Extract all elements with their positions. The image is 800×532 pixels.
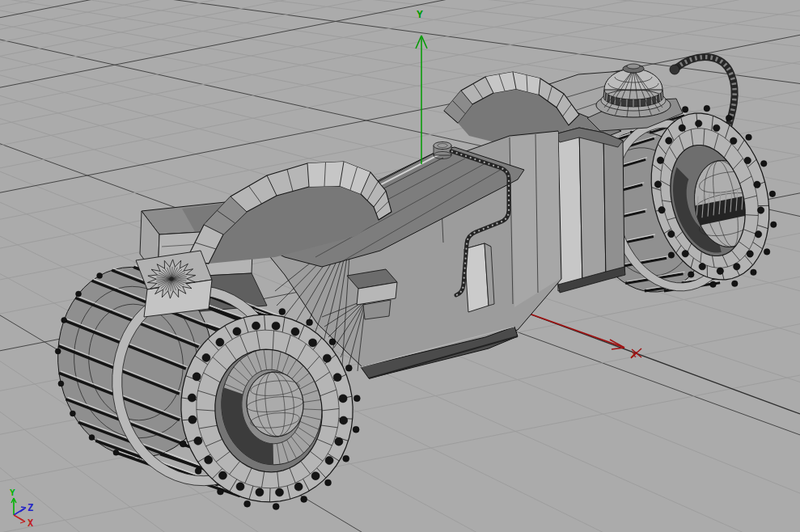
- bolt-hole: [699, 263, 705, 269]
- bolt-hole: [654, 181, 661, 188]
- bulkhead-strip: [603, 133, 624, 278]
- x-axis-tip-label: x: [630, 348, 637, 360]
- bolt-hole: [734, 264, 740, 270]
- bolt-hole: [311, 472, 320, 480]
- bolt-hole: [755, 231, 761, 238]
- bolt-hole: [194, 437, 202, 445]
- bolt-hole: [193, 373, 201, 381]
- bolt-hole: [747, 251, 753, 257]
- bolt-hole: [216, 338, 224, 346]
- y-axis-label: Y: [417, 8, 423, 20]
- gizmo-y-label: Y: [10, 488, 15, 498]
- bolt-hole: [695, 120, 701, 127]
- body-side-rear-panel: [510, 132, 560, 307]
- bolt-hole: [666, 137, 672, 144]
- bolt-hole: [205, 456, 213, 464]
- bolt-hole: [252, 322, 260, 330]
- bolt-hole: [658, 206, 665, 213]
- bolt-hole: [256, 488, 264, 496]
- bolt-hole: [276, 488, 284, 496]
- bolt-hole: [333, 374, 341, 382]
- bolt-hole: [668, 230, 675, 237]
- bolt-hole: [730, 137, 737, 144]
- bolt-hole: [340, 416, 348, 424]
- bolt-hole: [233, 327, 241, 336]
- bolt-hole: [335, 437, 343, 445]
- gizmo-z-label: Z: [28, 502, 33, 513]
- bolt-hole: [272, 322, 280, 330]
- bolt-hole: [717, 268, 723, 274]
- bolt-hole: [294, 483, 303, 491]
- bolt-hole: [713, 125, 720, 131]
- bolt-hole: [757, 207, 764, 213]
- bolt-hole: [339, 395, 347, 403]
- bolt-hole: [291, 327, 299, 336]
- bulkhead-strip: [579, 128, 606, 285]
- bolt-hole: [218, 471, 226, 479]
- viewport-3d[interactable]: Y x Y Z X: [0, 0, 800, 532]
- bolt-hole: [309, 339, 317, 347]
- bolt-hole: [682, 251, 688, 257]
- gizmo-x-label: X: [28, 517, 34, 529]
- bolt-hole: [323, 354, 331, 362]
- rear-bulkhead: [555, 128, 625, 293]
- y-axis: [416, 36, 427, 164]
- world-axes-gizmo: [11, 498, 26, 523]
- bolt-hole: [188, 416, 197, 424]
- bolt-hole: [744, 157, 751, 163]
- viewport-canvas[interactable]: Y x Y Z X: [0, 0, 800, 532]
- bolt-hole: [325, 457, 333, 465]
- bolt-hole: [236, 483, 244, 491]
- x-axis: [511, 307, 800, 414]
- wireframe-vehicle: [55, 57, 777, 510]
- bolt-hole: [202, 353, 210, 361]
- bolt-hole: [754, 181, 760, 188]
- bolt-hole: [188, 394, 196, 402]
- bolt-hole: [679, 125, 685, 131]
- bolt-hole: [657, 157, 663, 163]
